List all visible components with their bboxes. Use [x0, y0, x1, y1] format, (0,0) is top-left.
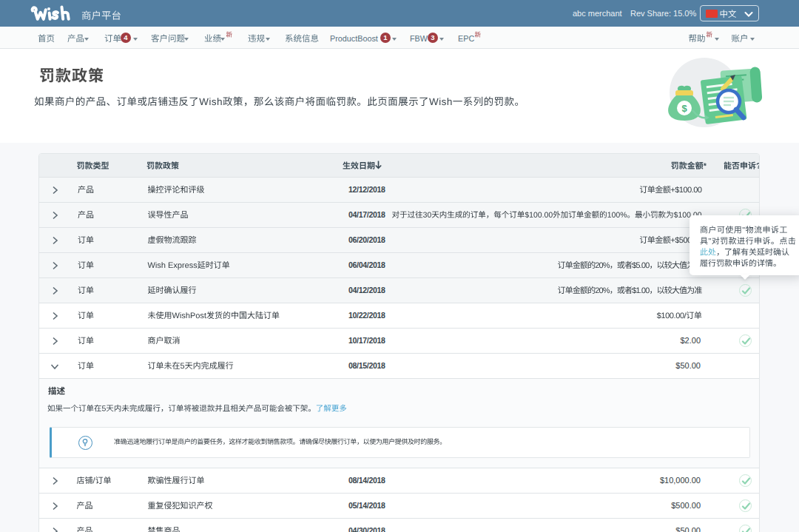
svg-text:$: $	[681, 103, 687, 114]
